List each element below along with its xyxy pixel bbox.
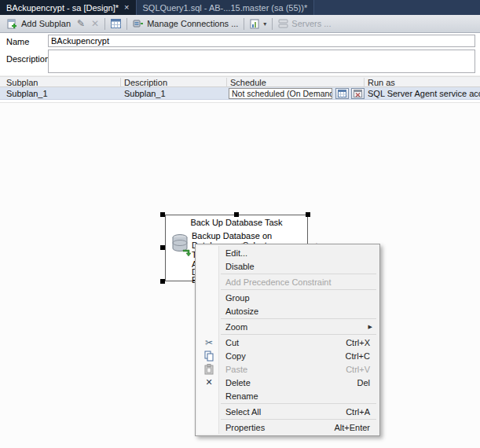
subplan-row[interactable]: Subplan_1 Subplan_1 Not scheduled (On De… [0, 87, 480, 100]
selection-handle[interactable] [234, 212, 239, 217]
add-subplan-icon [7, 18, 18, 29]
toolbar-separator [126, 18, 127, 30]
manage-connections-button[interactable]: Manage Connections ... [130, 17, 241, 30]
add-subplan-label: Add Subplan [21, 19, 71, 28]
menu-item-disable[interactable]: Disable [197, 259, 378, 273]
selection-handle[interactable] [306, 212, 310, 217]
backup-database-icon [170, 233, 191, 258]
menu-item-label: Zoom [225, 322, 247, 332]
connection-icon [133, 19, 144, 28]
menu-shortcut: Del [357, 378, 370, 387]
menu-item-autosize[interactable]: Autosize [197, 304, 378, 318]
menu-item-label: Disable [225, 262, 255, 271]
manage-connections-label: Manage Connections ... [147, 19, 238, 28]
calendar-icon [338, 90, 346, 97]
subplan-properties-button[interactable] [108, 17, 124, 30]
menu-item-label: Delete [225, 378, 251, 387]
report-icon [250, 19, 259, 29]
menu-item-group[interactable]: Group [197, 291, 378, 304]
cell-subplan: Subplan_1 [6, 89, 48, 98]
reporting-options-button[interactable]: ▾ [247, 17, 269, 31]
delete-icon: ✕ [202, 376, 216, 388]
plan-name-input[interactable] [48, 35, 475, 47]
selection-handle[interactable] [160, 212, 165, 217]
menu-separator [221, 289, 376, 290]
schedule-value: Not scheduled (On Demand) [232, 89, 332, 98]
edit-subplan-button[interactable]: ✎ [74, 17, 88, 30]
menu-item-edit[interactable]: Edit... [197, 246, 378, 259]
description-label: Description [6, 54, 49, 64]
menu-item-paste: Paste Ctrl+V [197, 362, 378, 376]
column-header-description: Description [124, 78, 167, 87]
name-label: Name [6, 37, 29, 46]
menu-shortcut: Ctrl+X [346, 338, 370, 347]
menu-item-properties[interactable]: Properties Alt+Enter [197, 420, 378, 434]
cell-description: Subplan_1 [124, 89, 166, 98]
column-header-schedule: Schedule [230, 78, 266, 87]
tab-label: SQLQuery1.sql - AB-...15.master (sa (55)… [143, 3, 308, 13]
menu-item-label: Properties [225, 423, 265, 432]
menu-item-rename[interactable]: Rename [197, 389, 378, 402]
delete-subplan-button: ✕ [88, 17, 102, 30]
menu-item-delete[interactable]: ✕ Delete Del [197, 376, 378, 389]
tab-label: BAckupencrypt - sa [Design]* [6, 3, 119, 13]
delete-x-icon: ✕ [91, 19, 99, 28]
menu-shortcut: Ctrl+C [346, 351, 370, 361]
schedule-value-box: Not scheduled (On Demand) [229, 88, 332, 99]
menu-item-label: Edit... [225, 248, 247, 258]
ssms-maintenance-plan-window: BAckupencrypt - sa [Design]* × SQLQuery1… [0, 0, 480, 448]
menu-separator [221, 318, 376, 319]
plan-description-input[interactable] [48, 50, 475, 73]
plan-properties-panel: Name Description [0, 33, 480, 76]
maintenance-plan-toolbar: Add Subplan ✎ ✕ Manage [0, 15, 480, 33]
selection-handle[interactable] [160, 279, 165, 284]
selection-handle[interactable] [160, 245, 165, 250]
menu-shortcut: Alt+Enter [334, 423, 370, 432]
menu-item-select-all[interactable]: Select All Ctrl+A [197, 405, 378, 418]
cell-runas: SQL Server Agent service account [368, 89, 480, 98]
toolbar-separator [104, 18, 105, 30]
add-subplan-button[interactable]: Add Subplan [4, 17, 74, 31]
servers-button: Servers ... [275, 17, 334, 30]
cut-icon: ✂ [202, 336, 216, 348]
menu-item-label: Autosize [225, 307, 258, 316]
menu-item-copy[interactable]: Copy Ctrl+C [197, 349, 378, 362]
menu-item-label: Cut [225, 338, 239, 347]
menu-item-label: Rename [225, 391, 258, 401]
pencil-icon: ✎ [77, 19, 85, 28]
menu-item-label: Copy [225, 351, 246, 361]
menu-separator [221, 274, 376, 274]
menu-item-cut[interactable]: ✂ Cut Ctrl+X [197, 336, 378, 349]
toolbar-separator [244, 18, 244, 30]
close-icon[interactable]: × [124, 3, 129, 12]
menu-item-label: Group [225, 293, 250, 303]
tab-sqlquery1[interactable]: SQLQuery1.sql - AB-...15.master (sa (55)… [137, 0, 315, 15]
submenu-arrow-icon: ▶ [368, 324, 372, 330]
toolbar-separator [272, 18, 273, 30]
servers-icon [278, 19, 288, 28]
menu-separator [221, 403, 376, 404]
tab-design-backupencrypt[interactable]: BAckupencrypt - sa [Design]* × [0, 0, 137, 15]
remove-schedule-button[interactable] [351, 88, 365, 99]
menu-item-label: Paste [225, 365, 247, 374]
paste-icon [202, 363, 216, 375]
task-title: Back Up Database Task [166, 218, 307, 227]
chevron-down-icon: ▾ [263, 20, 266, 28]
column-divider [364, 78, 365, 87]
column-header-runas: Run as [368, 78, 395, 87]
column-header-subplan: Subplan [6, 78, 38, 87]
menu-item-add-precedence-constraint: Add Precedence Constraint [197, 275, 378, 288]
menu-shortcut: Ctrl+V [346, 365, 370, 374]
column-divider [120, 78, 121, 87]
edit-schedule-button[interactable] [335, 88, 349, 99]
context-menu: Edit... Disable Add Precedence Constrain… [195, 244, 380, 436]
menu-shortcut: Ctrl+A [346, 407, 370, 417]
column-divider [226, 78, 227, 87]
menu-separator [221, 334, 376, 335]
copy-icon [202, 350, 216, 362]
servers-label: Servers ... [291, 19, 331, 28]
menu-separator [221, 419, 376, 420]
subplan-grid-header: Subplan Description Schedule Run as [0, 76, 480, 87]
menu-item-zoom[interactable]: Zoom ▶ [197, 320, 378, 333]
task-text-line1: Backup Database on [192, 231, 272, 241]
